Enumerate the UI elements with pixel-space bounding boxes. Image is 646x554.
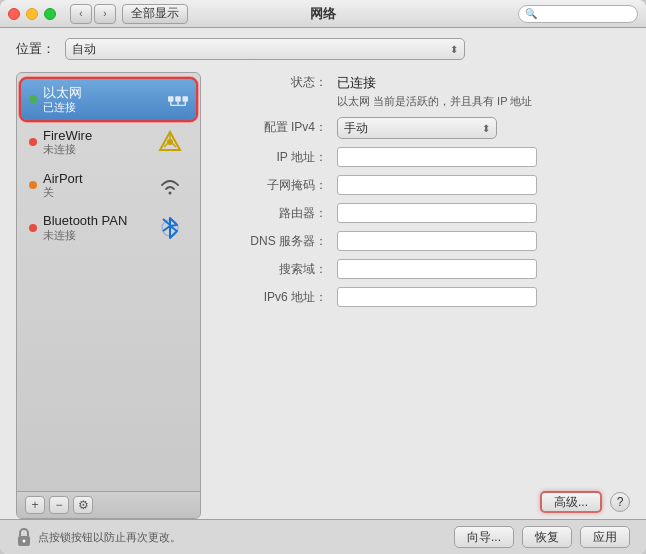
- svg-line-11: [164, 144, 168, 148]
- close-button[interactable]: [8, 8, 20, 20]
- bluetooth-text: Bluetooth PAN 未连接: [43, 213, 156, 242]
- help-button[interactable]: ?: [610, 492, 630, 512]
- bottom-actions: 高级... ?: [217, 483, 630, 519]
- svg-line-12: [173, 144, 177, 148]
- restore-button[interactable]: 恢复: [522, 526, 572, 548]
- ipv6-label: IPv6 地址：: [217, 287, 327, 306]
- bottom-bar: 点按锁按钮以防止再次更改。 向导... 恢复 应用: [0, 519, 646, 554]
- svg-rect-1: [175, 97, 180, 102]
- firewire-text: FireWire 未连接: [43, 128, 156, 157]
- firewire-icon: [156, 128, 184, 156]
- forward-button[interactable]: ›: [94, 4, 116, 24]
- ethernet-text: 以太网 已连接: [43, 85, 164, 114]
- ipv4-select[interactable]: 手动 ⬍: [337, 117, 497, 139]
- ipv4-label: 配置 IPv4：: [217, 117, 327, 136]
- svg-point-13: [169, 191, 172, 194]
- dns-label: DNS 服务器：: [217, 231, 327, 250]
- location-select[interactable]: 自动 ⬍: [65, 38, 465, 60]
- airport-icon: [156, 171, 184, 199]
- window: ‹ › 全部显示 网络 🔍 位置： 自动 ⬍: [0, 0, 646, 554]
- location-label: 位置：: [16, 40, 55, 58]
- lock-label: 点按锁按钮以防止再次更改。: [38, 530, 181, 545]
- settings-button[interactable]: ⚙: [73, 496, 93, 514]
- router-row: 路由器：: [217, 203, 630, 223]
- sidebar-item-ethernet[interactable]: 以太网 已连接: [21, 79, 196, 120]
- dns-row: DNS 服务器：: [217, 231, 630, 251]
- ipv6-row: IPv6 地址：: [217, 287, 630, 307]
- remove-interface-button[interactable]: −: [49, 496, 69, 514]
- maximize-button[interactable]: [44, 8, 56, 20]
- ipv4-row: 配置 IPv4： 手动 ⬍: [217, 117, 630, 139]
- search-icon: 🔍: [525, 8, 537, 19]
- ip-row: IP 地址：: [217, 147, 630, 167]
- sidebar-item-bluetooth[interactable]: Bluetooth PAN 未连接: [21, 207, 196, 248]
- apply-button[interactable]: 应用: [580, 526, 630, 548]
- detail-fields: 状态： 已连接 以太网 当前是活跃的，并且具有 IP 地址 配置 IPv4： 手…: [217, 72, 630, 483]
- status-dot-ethernet: [29, 95, 37, 103]
- search-box[interactable]: 🔍: [518, 5, 638, 23]
- svg-rect-2: [183, 97, 188, 102]
- select-arrow-icon: ⬍: [450, 44, 458, 55]
- back-button[interactable]: ‹: [70, 4, 92, 24]
- titlebar: ‹ › 全部显示 网络 🔍: [0, 0, 646, 28]
- status-value-area: 已连接 以太网 当前是活跃的，并且具有 IP 地址: [337, 72, 630, 109]
- ipv4-select-arrow-icon: ⬍: [482, 123, 490, 134]
- window-title: 网络: [310, 5, 336, 23]
- search-domain-row: 搜索域：: [217, 259, 630, 279]
- sidebar: 以太网 已连接: [16, 72, 201, 519]
- dns-input[interactable]: [337, 231, 537, 251]
- add-interface-button[interactable]: +: [25, 496, 45, 514]
- show-all-button[interactable]: 全部显示: [122, 4, 188, 24]
- search-domain-input[interactable]: [337, 259, 537, 279]
- lock-area: 点按锁按钮以防止再次更改。: [16, 528, 181, 546]
- ipv6-input[interactable]: [337, 287, 537, 307]
- svg-point-18: [23, 540, 26, 543]
- nav-buttons: ‹ ›: [70, 4, 116, 24]
- advanced-button[interactable]: 高级...: [540, 491, 602, 513]
- subnet-row: 子网掩码：: [217, 175, 630, 195]
- svg-line-14: [163, 226, 170, 231]
- subnet-label: 子网掩码：: [217, 175, 327, 194]
- status-dot-airport: [29, 181, 37, 189]
- router-input[interactable]: [337, 203, 537, 223]
- ethernet-active-arrow: [168, 89, 188, 109]
- main-area: 以太网 已连接: [16, 72, 630, 519]
- airport-text: AirPort 关: [43, 171, 156, 200]
- bluetooth-icon: [156, 214, 184, 242]
- lock-icon[interactable]: [16, 528, 32, 546]
- subnet-input[interactable]: [337, 175, 537, 195]
- content-area: 位置： 自动 ⬍ 以太网 已连接: [0, 28, 646, 519]
- status-label: 状态：: [217, 72, 327, 91]
- minimize-button[interactable]: [26, 8, 38, 20]
- status-dot-firewire: [29, 138, 37, 146]
- detail-panel: 状态： 已连接 以太网 当前是活跃的，并且具有 IP 地址 配置 IPv4： 手…: [217, 72, 630, 519]
- router-label: 路由器：: [217, 203, 327, 222]
- sidebar-footer: + − ⚙: [17, 491, 200, 518]
- status-dot-bluetooth: [29, 224, 37, 232]
- sidebar-item-firewire[interactable]: FireWire 未连接: [21, 122, 196, 163]
- sidebar-list: 以太网 已连接: [17, 73, 200, 491]
- search-domain-label: 搜索域：: [217, 259, 327, 278]
- guide-button[interactable]: 向导...: [454, 526, 514, 548]
- location-row: 位置： 自动 ⬍: [16, 38, 630, 60]
- status-row: 状态： 已连接 以太网 当前是活跃的，并且具有 IP 地址: [217, 72, 630, 109]
- sidebar-item-airport[interactable]: AirPort 关: [21, 165, 196, 206]
- ip-input[interactable]: [337, 147, 537, 167]
- bottom-right-buttons: 向导... 恢复 应用: [454, 526, 630, 548]
- svg-rect-0: [168, 97, 173, 102]
- ip-label: IP 地址：: [217, 147, 327, 166]
